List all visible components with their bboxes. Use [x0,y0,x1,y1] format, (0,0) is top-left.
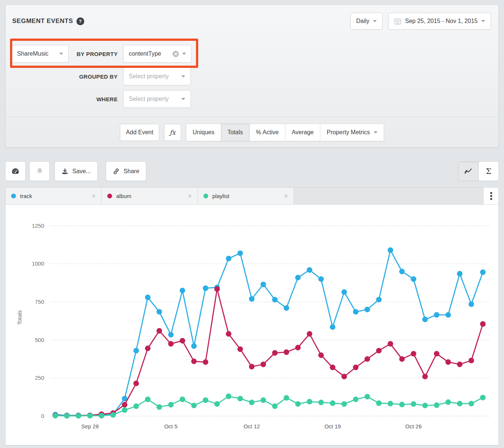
data-point-album[interactable] [272,350,278,356]
share-button[interactable]: Share [106,161,146,181]
data-point-playlist[interactable] [191,403,197,408]
by-property-dropdown[interactable]: contentType [123,45,192,63]
data-point-playlist[interactable] [434,402,439,408]
data-point-playlist[interactable] [110,412,116,418]
data-point-playlist[interactable] [422,403,428,408]
metric-average-button[interactable]: Average [285,124,320,141]
data-point-playlist[interactable] [53,413,58,418]
legend-tab-playlist[interactable]: playlist ✕ [198,188,294,204]
data-point-playlist[interactable] [272,403,278,409]
data-point-track[interactable] [295,275,301,280]
data-point-album[interactable] [168,341,174,347]
data-point-track[interactable] [457,271,462,277]
sigma-view-button[interactable]: Σ [478,162,498,181]
data-point-album[interactable] [238,346,243,352]
data-point-track[interactable] [387,247,393,253]
data-point-track[interactable] [330,324,336,330]
data-point-playlist[interactable] [180,396,185,402]
metric-uniques-button[interactable]: Uniques [186,124,221,141]
data-point-playlist[interactable] [284,395,289,401]
data-point-album[interactable] [422,374,428,379]
data-point-playlist[interactable] [387,401,393,406]
close-icon[interactable]: ✕ [284,193,288,199]
data-point-track[interactable] [145,294,151,300]
data-point-track[interactable] [376,297,382,302]
data-point-track[interactable] [422,317,428,322]
data-point-album[interactable] [376,348,382,353]
data-point-album[interactable] [122,402,127,408]
data-point-playlist[interactable] [468,401,474,406]
data-point-playlist[interactable] [145,396,151,402]
data-point-track[interactable] [445,312,451,318]
data-point-playlist[interactable] [411,401,416,407]
data-point-album[interactable] [295,345,301,350]
data-point-playlist[interactable] [157,404,162,410]
data-point-track[interactable] [318,276,324,282]
data-point-playlist[interactable] [399,402,405,407]
data-point-playlist[interactable] [480,395,486,400]
data-point-playlist[interactable] [226,393,232,399]
data-point-playlist[interactable] [133,403,139,409]
data-point-album[interactable] [341,374,347,379]
data-point-playlist[interactable] [76,413,81,419]
data-point-playlist[interactable] [87,413,93,418]
data-point-track[interactable] [341,289,347,295]
data-point-track[interactable] [411,276,416,282]
data-point-album[interactable] [387,341,393,347]
data-point-playlist[interactable] [353,396,359,402]
legend-tab-track[interactable]: track ✕ [6,188,102,204]
clear-icon[interactable] [173,51,179,57]
data-point-track[interactable] [307,267,312,273]
data-point-album[interactable] [353,365,359,370]
data-point-track[interactable] [468,302,474,307]
close-icon[interactable]: ✕ [188,193,192,199]
data-point-playlist[interactable] [238,396,243,401]
event-dropdown[interactable]: ShareMusic [12,45,69,63]
data-point-track[interactable] [353,309,359,314]
data-point-track[interactable] [261,281,266,287]
data-point-album[interactable] [330,365,336,370]
data-point-track[interactable] [434,312,439,318]
data-point-album[interactable] [226,331,232,337]
data-point-track[interactable] [364,307,370,312]
data-point-album[interactable] [214,286,220,292]
grouped-by-dropdown[interactable]: Select property [123,67,191,85]
add-event-button[interactable]: Add Event [120,124,159,141]
data-point-playlist[interactable] [203,397,208,403]
data-point-playlist[interactable] [330,401,336,406]
data-point-track[interactable] [480,270,486,275]
data-point-album[interactable] [249,364,255,369]
data-point-playlist[interactable] [99,413,104,418]
data-point-track[interactable] [191,343,197,349]
data-point-track[interactable] [272,297,278,302]
data-point-track[interactable] [399,269,405,274]
gauge-button[interactable] [5,161,26,181]
data-point-playlist[interactable] [122,407,127,413]
formula-button[interactable]: ƒx [164,124,181,141]
data-point-playlist[interactable] [214,401,220,407]
data-point-track[interactable] [168,332,174,337]
data-point-album[interactable] [284,349,289,355]
data-point-album[interactable] [307,331,312,337]
data-point-album[interactable] [318,352,324,358]
data-point-album[interactable] [457,362,462,367]
data-point-track[interactable] [238,250,243,256]
legend-tab-album[interactable]: album ✕ [102,188,198,204]
data-point-playlist[interactable] [318,400,324,405]
data-point-playlist[interactable] [445,399,451,405]
data-point-playlist[interactable] [249,400,255,405]
data-point-playlist[interactable] [168,402,174,408]
data-point-album[interactable] [191,359,197,364]
kebab-menu-icon[interactable] [483,188,498,204]
close-icon[interactable]: ✕ [92,193,96,199]
granularity-dropdown[interactable]: Daily [350,13,383,30]
where-dropdown[interactable]: Select property [123,90,191,108]
data-point-playlist[interactable] [307,399,312,405]
data-point-album[interactable] [411,351,416,356]
line-chart-view-button[interactable] [458,162,478,181]
metric-active-button[interactable]: % Active [249,124,285,141]
data-point-album[interactable] [434,351,439,356]
data-point-album[interactable] [203,359,208,365]
alerts-button[interactable] [29,161,50,181]
data-point-playlist[interactable] [341,401,347,407]
